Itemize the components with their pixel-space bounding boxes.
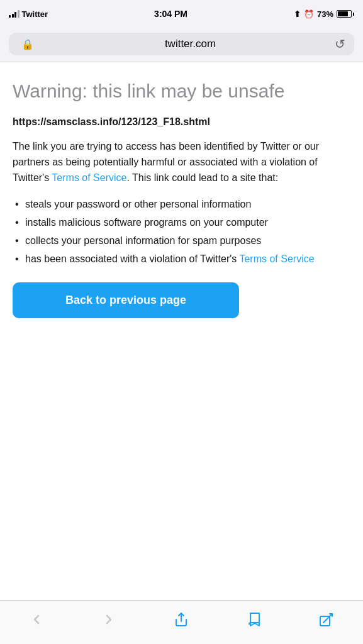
tos-link-2[interactable]: Terms of Service (239, 253, 314, 264)
bookmark-icon (247, 612, 262, 627)
battery-percent: 73% (317, 9, 333, 19)
warning-body: The link you are trying to access has be… (13, 139, 350, 186)
bookmark-button[interactable] (238, 608, 271, 631)
forward-nav-button[interactable] (92, 608, 125, 631)
list-item: installs malicious software programs on … (13, 215, 350, 231)
chevron-left-icon (29, 612, 44, 627)
body-text-2: . This link could lead to a site that: (126, 172, 278, 183)
tos-link-1[interactable]: Terms of Service (52, 172, 126, 183)
url-display[interactable]: twitter.com (39, 38, 342, 50)
share-button[interactable] (165, 608, 198, 631)
reload-button[interactable]: ↺ (335, 36, 345, 52)
url-pill[interactable]: 🔒 twitter.com ↺ (9, 33, 354, 55)
carrier-name: Twitter (22, 9, 48, 19)
status-left: Twitter (9, 9, 48, 19)
signal-icon (9, 10, 20, 18)
location-icon: ⬆ (294, 9, 301, 19)
bottom-nav (0, 600, 363, 644)
address-bar[interactable]: 🔒 twitter.com ↺ (0, 28, 363, 62)
bullet-list: steals your password or other personal i… (13, 197, 350, 267)
unsafe-url: https://samsclass.info/123/123_F18.shtml (13, 116, 350, 128)
main-content: Warning: this link may be unsafe https:/… (0, 62, 363, 600)
back-to-previous-button[interactable]: Back to previous page (13, 282, 239, 318)
lock-icon: 🔒 (21, 38, 34, 50)
share-icon (174, 612, 189, 627)
list-item: steals your password or other personal i… (13, 197, 350, 213)
tabs-button[interactable] (310, 608, 343, 631)
back-nav-button[interactable] (20, 608, 53, 631)
alarm-icon: ⏰ (304, 9, 314, 19)
chevron-right-icon (101, 612, 116, 627)
status-bar: Twitter 3:04 PM ⬆ ⏰ 73% (0, 0, 363, 28)
tabs-icon (319, 612, 334, 627)
warning-title: Warning: this link may be unsafe (13, 80, 350, 103)
list-item: collects your personal information for s… (13, 233, 350, 249)
status-time: 3:04 PM (154, 9, 187, 19)
list-item: has been associated with a violation of … (13, 252, 350, 267)
status-right: ⬆ ⏰ 73% (294, 9, 354, 19)
battery-icon (337, 10, 354, 18)
